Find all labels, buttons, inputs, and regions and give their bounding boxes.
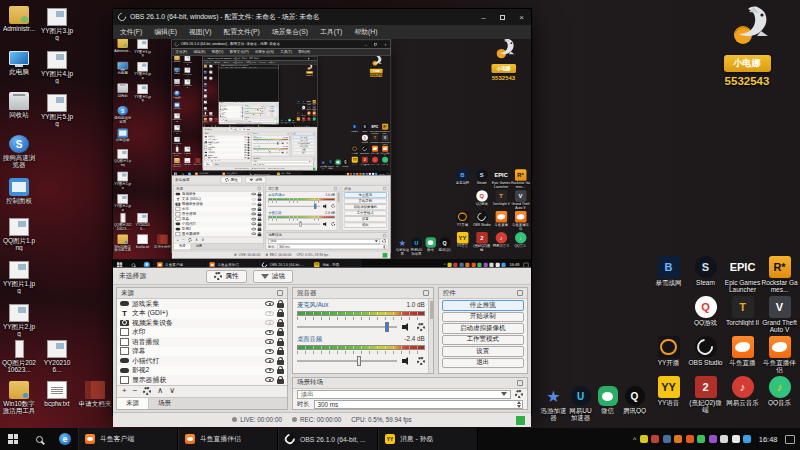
desktop-icon-yy-image-4[interactable]: YY图片4.jpg — [40, 51, 74, 85]
menu-item-tools[interactable]: 工具(T) — [320, 27, 342, 37]
desktop-icon-xifei-q2[interactable]: (熹妃Q2)微端 — [687, 376, 724, 410]
taskbar-button-obs[interactable]: OBS 26.1.0 (64-bit, ... — [278, 428, 378, 450]
desktop-icon-rockstar-games[interactable]: Rockstar Games... — [761, 256, 798, 290]
taskbar-clock[interactable]: 16:48 — [759, 435, 778, 444]
dock-pin-icon[interactable] — [517, 290, 523, 296]
mixer-dock-header[interactable]: 混音器 — [293, 288, 433, 299]
transitions-dock-header[interactable]: 场景转场 — [293, 378, 527, 389]
taskbar-button-douyu-companion[interactable]: 斗鱼直播伴侣 — [178, 428, 278, 450]
upload-status-tray-icon[interactable] — [697, 435, 705, 443]
desktop-icon-yy-kaibo[interactable]: YY开播 — [650, 336, 687, 370]
start-recording-button[interactable]: 开始录制 — [442, 312, 524, 323]
desktop-icon-yy-image-5[interactable]: YY图片5.jpg — [40, 94, 74, 128]
menu-item-view[interactable]: 视图(V) — [189, 27, 212, 37]
lock-icon[interactable] — [277, 360, 284, 365]
visibility-eye-icon[interactable] — [265, 320, 274, 325]
properties-button[interactable]: 属性 — [206, 270, 247, 283]
desktop-icon-win10-activation-tool[interactable]: Win10数字激活用工具 — [2, 381, 36, 415]
desktop-icon-epic-games-launcher[interactable]: Epic Games Launcher — [724, 256, 761, 290]
desktop-icon-recycle-bin[interactable]: 回收站 — [2, 92, 36, 126]
notification-center-icon[interactable] — [785, 435, 795, 444]
volume-slider[interactable] — [297, 360, 397, 362]
step-up-icon[interactable] — [517, 401, 521, 404]
desktop-icon-wechat[interactable]: 微信 — [594, 386, 621, 420]
desktop-icon-obs-studio[interactable]: OBS Studio — [687, 336, 724, 370]
browser-taskbar-button[interactable]: e — [52, 428, 78, 450]
volume-tray-icon[interactable] — [732, 435, 740, 443]
desktop-icon-yy-voice[interactable]: YY语音 — [650, 376, 687, 410]
desktop-icon-douyu-live[interactable]: 斗鱼直播 — [724, 336, 761, 370]
maximize-button[interactable] — [493, 9, 512, 25]
desktop-icon-uu-accelerator[interactable]: 网易UU加速器 — [567, 386, 594, 420]
dock-tab-scenes[interactable]: 场景 — [149, 398, 180, 409]
menu-item-edit[interactable]: 编辑(E) — [154, 27, 177, 37]
lock-icon[interactable] — [277, 331, 284, 336]
lock-icon[interactable] — [277, 312, 284, 317]
remove-source-icon[interactable]: − — [133, 387, 138, 395]
visibility-eye-icon[interactable] — [265, 368, 274, 373]
move-down-icon[interactable]: ∨ — [169, 387, 175, 395]
close-button[interactable]: × — [512, 9, 531, 25]
visibility-eye-icon[interactable] — [265, 330, 274, 335]
desktop-icon-qq-image-20210623[interactable]: QQ图片20210623... — [2, 340, 36, 374]
visibility-eye-icon[interactable] — [265, 301, 274, 306]
desktop-icon-battlenet[interactable]: 暴雪战网 — [650, 256, 687, 290]
desktop-icon-douyu-companion[interactable]: 斗鱼直播伴侣 — [761, 336, 798, 370]
transition-select[interactable]: 淡出 — [297, 390, 511, 399]
speaker-icon[interactable] — [402, 356, 412, 365]
minimize-button[interactable]: – — [474, 9, 493, 25]
transition-settings-icon[interactable] — [515, 390, 523, 398]
desktop-icon-yy-image-2[interactable]: YY图片2.jpg — [2, 304, 36, 338]
duration-stepper[interactable] — [517, 401, 521, 408]
desktop-icon-qq-game[interactable]: QQ游戏 — [687, 296, 724, 330]
step-down-icon[interactable] — [517, 405, 521, 408]
menu-item-file[interactable]: 文件(F) — [120, 27, 142, 37]
sources-dock-header[interactable]: 来源 — [117, 288, 287, 299]
lock-icon[interactable] — [277, 369, 284, 374]
desktop-icon-shenqing-doc[interactable]: 申请文档夹 — [78, 381, 112, 415]
start-virtual-camera-button[interactable]: 启动虚拟摄像机 — [442, 323, 524, 334]
source-row-video-capture-device[interactable]: 视频采集设备 — [117, 318, 287, 328]
douyu-companion-tray-icon[interactable] — [686, 435, 694, 443]
lock-icon[interactable] — [277, 379, 284, 384]
volume-slider[interactable] — [297, 326, 397, 328]
headset-tray-icon[interactable] — [720, 435, 728, 443]
desktop-icon-qq-image-1[interactable]: QQ图片1.png — [2, 218, 36, 252]
mixer-scrollbar[interactable] — [428, 299, 433, 373]
dock-tab-sources[interactable]: 来源 — [117, 398, 149, 409]
channel-settings-icon[interactable] — [417, 323, 425, 331]
source-row-danmaku[interactable]: 弹幕 — [117, 347, 287, 357]
desktop-icon-control-panel[interactable]: 控制面板 — [2, 178, 36, 212]
taskbar-button-douyu-client[interactable]: 斗鱼客户端 — [78, 428, 178, 450]
obs-preview-canvas[interactable]: Administr... 此电脑 回收站 搜狗高速浏览器 控制面板 YY图片3.… — [113, 39, 531, 267]
source-row-text-gdi[interactable]: 文本 (GDI+) — [117, 309, 287, 319]
search-button[interactable] — [26, 428, 52, 450]
channel-settings-icon[interactable] — [417, 357, 425, 365]
source-row-xiaomao-daida[interactable]: 小猫代打 — [117, 356, 287, 366]
source-row-yingshi-2[interactable]: 影视2 — [117, 366, 287, 376]
filters-button[interactable]: 滤镜 — [253, 270, 294, 283]
menu-item-scene-collection[interactable]: 场景集合(S) — [272, 27, 308, 37]
controls-dock-header[interactable]: 控件 — [439, 288, 527, 299]
obs-preview[interactable]: Administr... 此电脑 回收站 搜狗高速浏览器 控制面板 YY图片3.… — [113, 39, 531, 267]
security-tray-icon[interactable] — [651, 435, 659, 443]
hidden-icons-chevron[interactable]: ^ — [633, 436, 636, 443]
yy-tray-icon[interactable] — [640, 435, 648, 443]
source-row-game-capture[interactable]: 游戏采集 — [117, 299, 287, 309]
desktop-icon-xunyou-accelerator[interactable]: 迅游加速器 — [540, 386, 567, 420]
menu-item-profile[interactable]: 配置文件(P) — [224, 27, 260, 37]
duration-input[interactable]: 300 ms — [314, 400, 523, 409]
bluetooth-tray-icon[interactable] — [743, 435, 751, 443]
visibility-eye-icon[interactable] — [265, 358, 274, 363]
visibility-eye-icon[interactable] — [265, 377, 274, 382]
uu-tray-icon[interactable] — [663, 435, 671, 443]
source-row-watermark[interactable]: 水印 — [117, 328, 287, 338]
desktop-icon-sogou-browser[interactable]: 搜狗高速浏览器 — [2, 135, 36, 169]
graphics-tray-icon[interactable] — [709, 435, 717, 443]
desktop-icon-qq-music[interactable]: QQ音乐 — [761, 376, 798, 410]
dock-pin-icon[interactable] — [423, 290, 429, 296]
visibility-eye-icon[interactable] — [265, 339, 274, 344]
desktop-icon-torchlight-2[interactable]: Torchlight II — [724, 296, 761, 330]
settings-button[interactable]: 设置 — [442, 346, 524, 357]
move-up-icon[interactable]: ∧ — [157, 387, 163, 395]
